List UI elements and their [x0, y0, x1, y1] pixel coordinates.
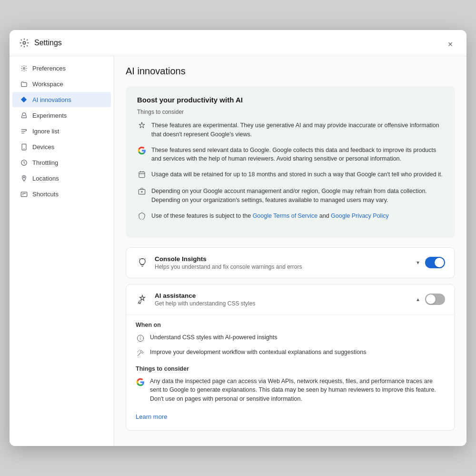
main-content: AI innovations Boost your productivity w…: [114, 56, 466, 446]
info-item-terms-text: Use of these features is subject to the …: [151, 212, 389, 221]
svg-point-23: [142, 259, 143, 260]
when-item-workflow: Improve your development workflow with c…: [136, 348, 445, 358]
toggle-knob: [435, 258, 444, 267]
close-button[interactable]: ×: [444, 38, 457, 51]
terms-link[interactable]: Google Terms of Service: [253, 213, 318, 219]
shield-icon: [137, 212, 147, 222]
privacy-link[interactable]: Google Privacy Policy: [331, 213, 389, 219]
things-to-consider-label: Things to consider: [137, 109, 444, 115]
sidebar-item-label: Devices: [32, 143, 54, 151]
title-bar: Settings ×: [10, 30, 466, 56]
sidebar-item-label: Ignore list: [32, 128, 59, 135]
sidebar-item-shortcuts[interactable]: Shortcuts: [12, 186, 111, 202]
info-item-usage-data: Usage data will be retained for up to 18…: [137, 170, 444, 180]
svg-rect-13: [21, 192, 27, 196]
shortcuts-icon: [20, 190, 28, 198]
things-consider-label: Things to consider: [136, 365, 445, 372]
sidebar-item-label: Locations: [32, 175, 59, 182]
svg-line-32: [139, 349, 140, 350]
flask-icon: [20, 111, 28, 119]
diamond-icon: [20, 96, 28, 103]
console-insights-header[interactable]: Console Insights Helps you understand an…: [126, 248, 455, 278]
chevron-up-icon: ▴: [416, 296, 419, 303]
content-area: Preferences Workspace AI innovatio: [10, 56, 466, 446]
sidebar: Preferences Workspace AI innovatio: [10, 56, 114, 446]
when-item-text: Improve your development workflow with c…: [150, 348, 366, 357]
bulb-icon: [136, 256, 149, 269]
ai-assistance-subtitle: Get help with understanding CSS styles: [155, 300, 416, 307]
sparkle-cursor-icon: [136, 293, 149, 306]
window-title: Settings: [19, 38, 62, 48]
info-item-terms: Use of these features is subject to the …: [137, 212, 444, 222]
calendar-icon: [137, 171, 147, 180]
sidebar-item-locations[interactable]: Locations: [12, 171, 111, 186]
info-box-title: Boost your productivity with AI: [137, 96, 444, 104]
info-item-google-data: These features send relevant data to Goo…: [137, 146, 444, 164]
svg-rect-16: [139, 172, 145, 178]
info-item-text: These features are experimental. They us…: [151, 121, 444, 139]
svg-line-25: [145, 259, 146, 259]
sidebar-item-label: Experiments: [32, 112, 67, 119]
settings-icon: [19, 38, 30, 48]
things-google-text: Any data the inspected page can access v…: [150, 377, 445, 404]
sidebar-item-label: Workspace: [32, 81, 63, 88]
ai-assistance-body: When on Understand CSS styles with AI-po…: [126, 314, 455, 430]
sidebar-item-label: Throttling: [32, 159, 58, 166]
throttle-icon: [20, 159, 28, 166]
things-google-item: Any data the inspected page can access v…: [136, 377, 445, 404]
settings-window: Settings × Preferences: [10, 30, 466, 446]
console-insights-info: Console Insights Helps you understand an…: [155, 255, 416, 270]
window-title-text: Settings: [34, 39, 62, 47]
svg-point-12: [23, 176, 25, 178]
gear-icon: [20, 64, 28, 72]
filter-icon: [20, 127, 28, 135]
when-on-label: When on: [136, 322, 445, 328]
page-title: AI innovations: [126, 66, 455, 77]
console-insights-title: Console Insights: [155, 255, 416, 263]
learn-more-link[interactable]: Learn more: [136, 413, 167, 420]
location-icon: [20, 174, 28, 182]
sidebar-item-preferences[interactable]: Preferences: [12, 61, 111, 76]
svg-line-24: [139, 259, 139, 259]
info-circle-icon: [136, 334, 145, 343]
ai-assistance-toggle[interactable]: [425, 294, 445, 305]
info-box: Boost your productivity with AI Things t…: [126, 86, 455, 238]
sidebar-item-workspace[interactable]: Workspace: [12, 76, 111, 91]
sparkle-icon: [137, 122, 147, 131]
building-icon: [137, 187, 147, 197]
svg-point-1: [23, 67, 25, 69]
sidebar-item-devices[interactable]: Devices: [12, 139, 111, 154]
sidebar-item-throttling[interactable]: Throttling: [12, 155, 111, 170]
ai-assistance-header[interactable]: AI assistance Get help with understandin…: [126, 284, 455, 314]
when-item-css: Understand CSS styles with AI-powered in…: [136, 333, 445, 343]
sidebar-item-ignore-list[interactable]: Ignore list: [12, 123, 111, 139]
toggle-knob: [426, 294, 436, 304]
ai-assistance-card: AI assistance Get help with understandin…: [126, 284, 455, 431]
wand-icon: [136, 348, 145, 358]
google-g-icon: [136, 377, 145, 387]
console-insights-card: Console Insights Helps you understand an…: [126, 247, 455, 278]
console-insights-toggle[interactable]: [425, 257, 445, 268]
folder-icon: [20, 80, 28, 88]
svg-line-29: [138, 352, 141, 355]
info-item-text: Usage data will be retained for up to 18…: [151, 170, 443, 179]
chevron-down-icon: ▾: [416, 259, 419, 266]
google-g-icon: [137, 146, 147, 156]
info-item-experimental: These features are experimental. They us…: [137, 121, 444, 139]
sidebar-item-ai-innovations[interactable]: AI innovations: [12, 92, 111, 107]
svg-marker-2: [21, 97, 27, 102]
device-icon: [20, 143, 28, 151]
info-item-text: Depending on your Google account managem…: [151, 187, 444, 205]
ai-assistance-info: AI assistance Get help with understandin…: [155, 292, 416, 307]
console-insights-subtitle: Helps you understand and fix console war…: [155, 263, 416, 270]
sidebar-item-label: Shortcuts: [32, 191, 59, 198]
ai-assistance-title: AI assistance: [155, 292, 416, 299]
sidebar-item-label: AI innovations: [32, 96, 71, 103]
info-item-text: These features send relevant data to Goo…: [151, 146, 444, 164]
svg-point-0: [23, 41, 26, 44]
when-item-text: Understand CSS styles with AI-powered in…: [150, 333, 278, 342]
sidebar-item-experiments[interactable]: Experiments: [12, 108, 111, 123]
sidebar-item-label: Preferences: [32, 65, 66, 72]
info-item-account-mgmt: Depending on your Google account managem…: [137, 187, 444, 205]
